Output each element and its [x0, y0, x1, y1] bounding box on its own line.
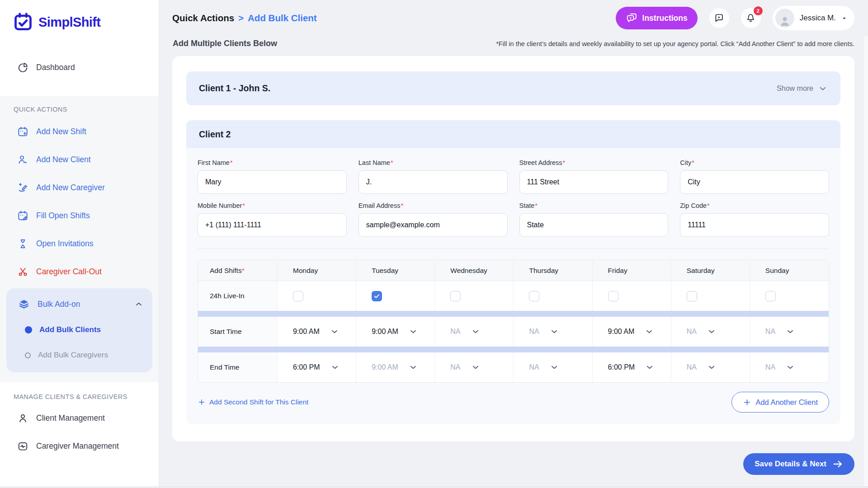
field-label: Zip Code — [680, 202, 707, 209]
sidebar-item-label: Bulk Add-on — [38, 300, 80, 309]
last-name-input[interactable] — [359, 170, 508, 194]
live-in-checkbox-saturday[interactable] — [687, 291, 697, 301]
sidebar-item-add-new-shift[interactable]: Add New Shift — [0, 117, 159, 145]
main-content: Quick Actions > Add Bulk Client ? Instru… — [159, 0, 868, 488]
add-another-client-label: Add Another Client — [755, 398, 818, 407]
end-time-select-thursday[interactable]: NA — [514, 352, 592, 382]
field-zip-code: Zip Code* — [680, 202, 829, 237]
plus-icon — [198, 398, 206, 406]
field-label: State — [519, 202, 535, 209]
sidebar-item-label: Add New Caregiver — [36, 183, 105, 192]
chevron-down-icon — [330, 327, 340, 337]
city-input[interactable] — [680, 170, 829, 194]
state-input[interactable] — [519, 213, 669, 237]
start-time-select-thursday[interactable]: NA — [514, 317, 592, 347]
breadcrumb-root[interactable]: Quick Actions — [172, 13, 234, 23]
add-another-client-button[interactable]: Add Another Client — [731, 392, 829, 413]
client-2-title: Client 2 — [199, 129, 231, 140]
app-window: SimplShift Dashboard QUICK ACTIONS — [0, 0, 868, 488]
show-more-button[interactable]: Show more — [777, 84, 828, 94]
sidebar-item-label: Add Bulk Caregivers — [38, 351, 108, 360]
day-header-monday: Monday — [278, 260, 356, 281]
sidebar-item-label: Client Management — [36, 413, 105, 423]
start-time-select-friday[interactable]: 9:00 AM — [593, 317, 671, 347]
sidebar-item-add-new-client[interactable]: Add New Client — [0, 145, 159, 174]
breadcrumb-current[interactable]: Add Bulk Client — [248, 13, 317, 23]
sidebar-item-label: Dashboard — [36, 63, 75, 72]
end-time-select-sunday[interactable]: NA — [750, 352, 829, 382]
inactive-dot-icon — [25, 352, 31, 358]
avatar-person-icon — [778, 14, 792, 28]
save-details-next-label: Save Details & Next — [755, 460, 826, 469]
field-label: Mobile Number — [198, 202, 242, 209]
field-label: Last Name — [359, 159, 390, 166]
required-mark: * — [535, 202, 538, 209]
instructions-button[interactable]: ? Instructions — [616, 7, 698, 29]
live-in-checkbox-tuesday[interactable] — [372, 291, 382, 301]
field-first-name: First Name* — [198, 159, 347, 194]
client-details-form: First Name* Last Name* Street Address* — [198, 159, 829, 237]
add-second-shift-link[interactable]: Add Second Shift for This Client — [198, 398, 308, 406]
required-mark: * — [707, 202, 710, 209]
start-time-select-monday[interactable]: 9:00 AM — [278, 317, 356, 347]
sidebar-item-dashboard[interactable]: Dashboard — [0, 58, 159, 77]
sidebar-item-fill-open-shifts[interactable]: Fill Open Shifts — [0, 202, 159, 230]
calendar-edit-icon — [17, 210, 28, 221]
start-time-select-sunday[interactable]: NA — [750, 317, 829, 347]
day-header-tuesday: Tuesday — [356, 260, 435, 281]
sidebar-item-client-management[interactable]: Client Management — [0, 404, 159, 432]
sidebar-item-caregiver-call-out[interactable]: Caregiver Call-Out — [0, 258, 159, 286]
live-in-checkbox-friday[interactable] — [608, 291, 618, 301]
hourglass-icon — [17, 238, 28, 249]
top-bar-controls: ? Instructions 2 — [616, 6, 854, 30]
sidebar-item-caregiver-management[interactable]: Caregiver Management — [0, 432, 159, 460]
first-name-input[interactable] — [198, 170, 347, 194]
save-row: Save Details & Next — [159, 441, 868, 475]
client-2-body: First Name* Last Name* Street Address* — [186, 148, 840, 424]
save-details-next-button[interactable]: Save Details & Next — [743, 453, 854, 475]
end-time-select-monday[interactable]: 6:00 PM — [278, 352, 356, 382]
sidebar-item-add-bulk-clients[interactable]: Add Bulk Clients — [6, 317, 152, 343]
sidebar-item-add-new-caregiver[interactable]: Add New Caregiver — [0, 174, 159, 202]
scrollbar[interactable] — [864, 36, 868, 486]
live-in-checkbox-wednesday[interactable] — [450, 291, 461, 301]
mobile-number-input[interactable] — [198, 213, 347, 237]
zip-code-input[interactable] — [680, 213, 829, 237]
live-in-checkbox-monday[interactable] — [293, 291, 303, 301]
monitor-pulse-icon — [17, 441, 28, 452]
end-time-select-friday[interactable]: 6:00 PM — [593, 352, 671, 382]
plus-icon — [743, 398, 751, 407]
email-address-input[interactable] — [359, 213, 508, 237]
end-time-select-wednesday[interactable]: NA — [435, 352, 514, 382]
live-in-checkbox-thursday[interactable] — [529, 291, 539, 301]
sidebar-item-add-bulk-caregivers[interactable]: Add Bulk Caregivers — [6, 343, 152, 368]
end-time-select-tuesday[interactable]: 9:00 AM — [356, 352, 435, 382]
start-time-select-saturday[interactable]: NA — [671, 317, 750, 347]
row-separator — [198, 311, 829, 317]
field-mobile-number: Mobile Number* — [198, 202, 347, 237]
live-in-checkbox-sunday[interactable] — [765, 291, 776, 301]
chevron-down-icon — [785, 362, 795, 372]
user-menu[interactable]: Jessica M. — [773, 6, 854, 30]
table-header-row: Add Shifts* Monday Tuesday Wednesday Thu… — [198, 260, 829, 281]
end-time-select-saturday[interactable]: NA — [671, 352, 750, 382]
chevron-up-icon[interactable] — [134, 300, 143, 309]
sidebar-item-bulk-addon[interactable]: Bulk Add-on — [6, 291, 152, 317]
sidebar-item-label: Caregiver Management — [36, 441, 119, 451]
top-bar: Quick Actions > Add Bulk Client ? Instru… — [159, 0, 868, 30]
start-time-row: Start Time 9:00 AM 9:00 AM NA NA 9:00 AM… — [198, 317, 829, 347]
chevron-down-icon — [471, 327, 481, 337]
chat-button[interactable] — [709, 8, 729, 28]
start-time-select-tuesday[interactable]: 9:00 AM — [356, 317, 435, 347]
check-icon — [373, 293, 380, 300]
street-address-input[interactable] — [519, 170, 669, 194]
sidebar-item-open-invitations[interactable]: Open Invitations — [0, 230, 159, 258]
brand-logo[interactable]: SimplShift — [13, 12, 159, 33]
chevron-down-icon — [408, 327, 418, 337]
sidebar-item-label: Add New Client — [36, 155, 91, 164]
start-time-select-wednesday[interactable]: NA — [435, 317, 514, 347]
sidebar-item-label: Add New Shift — [36, 127, 86, 136]
svg-text:?: ? — [629, 16, 632, 20]
chevron-down-icon — [408, 362, 418, 372]
notifications-button[interactable]: 2 — [741, 8, 761, 28]
